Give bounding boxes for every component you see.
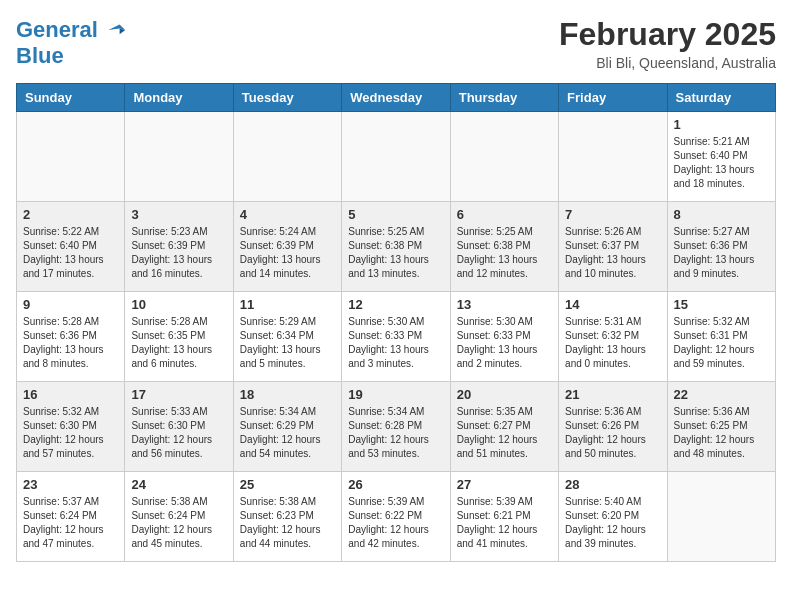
logo-text: General [16, 18, 98, 42]
day-info: Sunrise: 5:34 AM Sunset: 6:28 PM Dayligh… [348, 405, 443, 461]
day-number: 26 [348, 477, 443, 492]
day-info: Sunrise: 5:31 AM Sunset: 6:32 PM Dayligh… [565, 315, 660, 371]
calendar-day-cell: 27Sunrise: 5:39 AM Sunset: 6:21 PM Dayli… [450, 472, 558, 562]
calendar-day-cell [125, 112, 233, 202]
day-info: Sunrise: 5:32 AM Sunset: 6:30 PM Dayligh… [23, 405, 118, 461]
day-info: Sunrise: 5:35 AM Sunset: 6:27 PM Dayligh… [457, 405, 552, 461]
calendar-day-cell: 3Sunrise: 5:23 AM Sunset: 6:39 PM Daylig… [125, 202, 233, 292]
weekday-header-row: SundayMondayTuesdayWednesdayThursdayFrid… [17, 84, 776, 112]
calendar-day-cell: 2Sunrise: 5:22 AM Sunset: 6:40 PM Daylig… [17, 202, 125, 292]
calendar-day-cell: 18Sunrise: 5:34 AM Sunset: 6:29 PM Dayli… [233, 382, 341, 472]
day-number: 24 [131, 477, 226, 492]
calendar-week-row: 16Sunrise: 5:32 AM Sunset: 6:30 PM Dayli… [17, 382, 776, 472]
day-number: 16 [23, 387, 118, 402]
calendar-day-cell: 22Sunrise: 5:36 AM Sunset: 6:25 PM Dayli… [667, 382, 775, 472]
weekday-header-wednesday: Wednesday [342, 84, 450, 112]
day-number: 14 [565, 297, 660, 312]
calendar-day-cell: 1Sunrise: 5:21 AM Sunset: 6:40 PM Daylig… [667, 112, 775, 202]
calendar-day-cell: 4Sunrise: 5:24 AM Sunset: 6:39 PM Daylig… [233, 202, 341, 292]
calendar-week-row: 2Sunrise: 5:22 AM Sunset: 6:40 PM Daylig… [17, 202, 776, 292]
day-number: 25 [240, 477, 335, 492]
day-number: 17 [131, 387, 226, 402]
logo-bird-icon [100, 16, 128, 44]
calendar-day-cell: 8Sunrise: 5:27 AM Sunset: 6:36 PM Daylig… [667, 202, 775, 292]
day-number: 13 [457, 297, 552, 312]
day-info: Sunrise: 5:24 AM Sunset: 6:39 PM Dayligh… [240, 225, 335, 281]
calendar-day-cell: 19Sunrise: 5:34 AM Sunset: 6:28 PM Dayli… [342, 382, 450, 472]
day-info: Sunrise: 5:28 AM Sunset: 6:36 PM Dayligh… [23, 315, 118, 371]
day-info: Sunrise: 5:27 AM Sunset: 6:36 PM Dayligh… [674, 225, 769, 281]
calendar-day-cell: 25Sunrise: 5:38 AM Sunset: 6:23 PM Dayli… [233, 472, 341, 562]
calendar-day-cell: 16Sunrise: 5:32 AM Sunset: 6:30 PM Dayli… [17, 382, 125, 472]
calendar-day-cell [450, 112, 558, 202]
weekday-header-monday: Monday [125, 84, 233, 112]
day-info: Sunrise: 5:29 AM Sunset: 6:34 PM Dayligh… [240, 315, 335, 371]
day-number: 21 [565, 387, 660, 402]
day-info: Sunrise: 5:32 AM Sunset: 6:31 PM Dayligh… [674, 315, 769, 371]
calendar-table: SundayMondayTuesdayWednesdayThursdayFrid… [16, 83, 776, 562]
calendar-day-cell: 9Sunrise: 5:28 AM Sunset: 6:36 PM Daylig… [17, 292, 125, 382]
day-number: 7 [565, 207, 660, 222]
day-number: 2 [23, 207, 118, 222]
logo-blue-text: Blue [16, 44, 64, 68]
calendar-day-cell: 24Sunrise: 5:38 AM Sunset: 6:24 PM Dayli… [125, 472, 233, 562]
calendar-day-cell: 7Sunrise: 5:26 AM Sunset: 6:37 PM Daylig… [559, 202, 667, 292]
calendar-day-cell: 26Sunrise: 5:39 AM Sunset: 6:22 PM Dayli… [342, 472, 450, 562]
day-number: 6 [457, 207, 552, 222]
svg-marker-0 [108, 24, 125, 30]
day-number: 20 [457, 387, 552, 402]
day-number: 18 [240, 387, 335, 402]
day-info: Sunrise: 5:25 AM Sunset: 6:38 PM Dayligh… [348, 225, 443, 281]
day-info: Sunrise: 5:22 AM Sunset: 6:40 PM Dayligh… [23, 225, 118, 281]
day-number: 3 [131, 207, 226, 222]
day-number: 9 [23, 297, 118, 312]
day-info: Sunrise: 5:21 AM Sunset: 6:40 PM Dayligh… [674, 135, 769, 191]
day-info: Sunrise: 5:38 AM Sunset: 6:23 PM Dayligh… [240, 495, 335, 551]
day-number: 1 [674, 117, 769, 132]
calendar-day-cell: 6Sunrise: 5:25 AM Sunset: 6:38 PM Daylig… [450, 202, 558, 292]
day-number: 4 [240, 207, 335, 222]
day-number: 12 [348, 297, 443, 312]
day-number: 5 [348, 207, 443, 222]
calendar-day-cell [233, 112, 341, 202]
calendar-week-row: 23Sunrise: 5:37 AM Sunset: 6:24 PM Dayli… [17, 472, 776, 562]
day-number: 28 [565, 477, 660, 492]
day-info: Sunrise: 5:37 AM Sunset: 6:24 PM Dayligh… [23, 495, 118, 551]
weekday-header-friday: Friday [559, 84, 667, 112]
day-info: Sunrise: 5:36 AM Sunset: 6:25 PM Dayligh… [674, 405, 769, 461]
day-info: Sunrise: 5:36 AM Sunset: 6:26 PM Dayligh… [565, 405, 660, 461]
day-info: Sunrise: 5:33 AM Sunset: 6:30 PM Dayligh… [131, 405, 226, 461]
day-number: 10 [131, 297, 226, 312]
day-info: Sunrise: 5:23 AM Sunset: 6:39 PM Dayligh… [131, 225, 226, 281]
day-number: 11 [240, 297, 335, 312]
title-block: February 2025 Bli Bli, Queensland, Austr… [559, 16, 776, 71]
calendar-day-cell: 11Sunrise: 5:29 AM Sunset: 6:34 PM Dayli… [233, 292, 341, 382]
day-number: 8 [674, 207, 769, 222]
day-info: Sunrise: 5:39 AM Sunset: 6:22 PM Dayligh… [348, 495, 443, 551]
day-info: Sunrise: 5:30 AM Sunset: 6:33 PM Dayligh… [457, 315, 552, 371]
calendar-week-row: 1Sunrise: 5:21 AM Sunset: 6:40 PM Daylig… [17, 112, 776, 202]
day-info: Sunrise: 5:38 AM Sunset: 6:24 PM Dayligh… [131, 495, 226, 551]
day-info: Sunrise: 5:39 AM Sunset: 6:21 PM Dayligh… [457, 495, 552, 551]
day-number: 19 [348, 387, 443, 402]
day-info: Sunrise: 5:40 AM Sunset: 6:20 PM Dayligh… [565, 495, 660, 551]
logo: General Blue [16, 16, 128, 68]
calendar-day-cell [342, 112, 450, 202]
weekday-header-saturday: Saturday [667, 84, 775, 112]
calendar-day-cell: 10Sunrise: 5:28 AM Sunset: 6:35 PM Dayli… [125, 292, 233, 382]
calendar-day-cell: 28Sunrise: 5:40 AM Sunset: 6:20 PM Dayli… [559, 472, 667, 562]
calendar-day-cell [17, 112, 125, 202]
day-info: Sunrise: 5:34 AM Sunset: 6:29 PM Dayligh… [240, 405, 335, 461]
calendar-day-cell: 20Sunrise: 5:35 AM Sunset: 6:27 PM Dayli… [450, 382, 558, 472]
day-info: Sunrise: 5:26 AM Sunset: 6:37 PM Dayligh… [565, 225, 660, 281]
calendar-day-cell [667, 472, 775, 562]
day-info: Sunrise: 5:25 AM Sunset: 6:38 PM Dayligh… [457, 225, 552, 281]
calendar-day-cell: 17Sunrise: 5:33 AM Sunset: 6:30 PM Dayli… [125, 382, 233, 472]
day-info: Sunrise: 5:28 AM Sunset: 6:35 PM Dayligh… [131, 315, 226, 371]
calendar-day-cell: 15Sunrise: 5:32 AM Sunset: 6:31 PM Dayli… [667, 292, 775, 382]
weekday-header-sunday: Sunday [17, 84, 125, 112]
location: Bli Bli, Queensland, Australia [559, 55, 776, 71]
weekday-header-tuesday: Tuesday [233, 84, 341, 112]
calendar-day-cell: 14Sunrise: 5:31 AM Sunset: 6:32 PM Dayli… [559, 292, 667, 382]
day-number: 22 [674, 387, 769, 402]
